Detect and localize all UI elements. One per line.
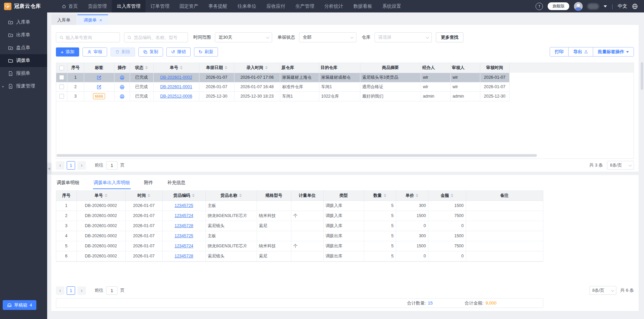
goods-search-input[interactable] <box>134 35 185 40</box>
table-row[interactable]: 4 DB-202601-0002 2026-01-07 12345725 主板 … <box>56 231 543 241</box>
copy-button[interactable]: 复制 <box>138 47 163 57</box>
nav-item-goods-mgmt[interactable]: 货品管理 <box>83 0 112 12</box>
prev-page-button[interactable]: ‹ <box>56 286 64 295</box>
nav-item-partners[interactable]: 往来单位 <box>232 0 261 12</box>
table-row[interactable]: 1 DB-202601-0002 2026-01-07 12345725 主板 … <box>56 201 543 211</box>
page-size-select[interactable]: 8条/页 <box>589 286 616 295</box>
print-icon[interactable] <box>120 94 125 99</box>
order-no-search-input[interactable] <box>66 35 117 40</box>
table-row[interactable]: 3 6666 已完成 DB-202512-0006 2025-12-30 202… <box>56 92 509 101</box>
sort-icon[interactable] <box>105 194 107 197</box>
order-no-search[interactable] <box>56 32 120 42</box>
edition-badge[interactable]: 旗舰版 <box>548 2 569 10</box>
order-no-link[interactable]: DB-202512-0006 <box>160 94 192 99</box>
status-select[interactable]: 全部 <box>299 32 356 42</box>
table-row[interactable]: 2 DB-202601-0002 2026-01-07 12345724 骁龙8… <box>56 211 543 221</box>
goods-code-link[interactable]: 12345725 <box>174 234 193 238</box>
page-size-select[interactable]: 8条/页 <box>607 161 634 170</box>
language-switcher[interactable]: 中文 <box>618 3 627 9</box>
table-row[interactable]: 5 DB-202601-0002 2026-01-07 12345724 骁龙8… <box>56 241 543 251</box>
nav-item-receivables-payables[interactable]: 应收应付 <box>261 0 290 12</box>
current-page[interactable]: 1 <box>67 161 75 170</box>
nav-item-analytics[interactable]: 分析统计 <box>319 0 348 12</box>
sort-icon[interactable] <box>416 194 418 197</box>
audit-button[interactable]: 审核 <box>83 47 107 57</box>
tab-extra-info[interactable]: 补充信息 <box>167 178 186 189</box>
warehouse-select[interactable]: 请选择 <box>375 32 432 42</box>
current-page[interactable]: 1 <box>67 286 75 295</box>
user-avatar[interactable] <box>574 2 583 11</box>
tag-badge[interactable]: 6666 <box>93 93 105 99</box>
sort-icon[interactable] <box>180 66 183 69</box>
goods-code-link[interactable]: 12345724 <box>174 213 193 218</box>
sidebar-item-outbound[interactable]: 出库单 <box>0 29 47 41</box>
goods-code-link[interactable]: 12345728 <box>174 254 193 258</box>
edit-tag-icon[interactable] <box>97 75 102 80</box>
order-no-link[interactable]: DB-202601-0002 <box>160 75 192 80</box>
goto-page-input[interactable] <box>106 286 118 295</box>
sidebar-item-inbound[interactable]: 入库单 <box>0 16 47 29</box>
horizontal-scrollbar[interactable] <box>57 154 537 157</box>
table-row[interactable]: 3 DB-202601-0002 2026-01-07 12345728 索尼镜… <box>56 221 543 231</box>
row-checkbox[interactable] <box>59 75 64 80</box>
print-icon[interactable] <box>120 75 125 80</box>
user-menu-caret-icon[interactable] <box>604 5 607 7</box>
print-button[interactable]: 打印 <box>550 47 568 56</box>
goods-code-link[interactable]: 12345724 <box>174 244 193 248</box>
next-page-button[interactable]: › <box>77 286 86 295</box>
sort-icon[interactable] <box>148 194 150 197</box>
sort-icon[interactable] <box>451 194 453 197</box>
export-button[interactable]: 导出 <box>568 47 593 56</box>
sort-icon[interactable] <box>225 66 227 69</box>
close-icon[interactable]: × <box>99 18 102 23</box>
expand-arrow-icon[interactable]: ▸ <box>2 84 4 88</box>
undo-button[interactable]: ↺ 撤销 <box>166 47 191 57</box>
edit-tag-icon[interactable] <box>97 84 102 90</box>
nav-item-data-dashboard[interactable]: 数据看板 <box>348 0 377 12</box>
nav-item-inout-mgmt[interactable]: 出入库管理 <box>112 0 146 12</box>
page-tab-transfer[interactable]: 调拨单 × <box>77 14 108 25</box>
page-scrollbar-thumb[interactable] <box>641 62 643 90</box>
page-scrollbar[interactable] <box>640 12 644 319</box>
tab-transfer-inout-detail[interactable]: 调拨单出入库明细 <box>93 178 131 189</box>
add-button[interactable]: + 添加 <box>56 47 79 57</box>
table-row[interactable]: 1 已完成 DB-202601-0002 2026-01-07 2026-01-… <box>56 73 509 82</box>
tab-transfer-detail[interactable]: 调拨单明细 <box>56 178 80 189</box>
tab-attachments[interactable]: 附件 <box>143 178 154 189</box>
sort-icon[interactable] <box>192 194 195 197</box>
goods-search[interactable] <box>124 32 188 42</box>
next-page-button[interactable]: › <box>77 161 86 170</box>
sidebar-item-scrap-mgmt[interactable]: ▸ 报废管理 <box>0 80 47 93</box>
sidebar-item-damage[interactable]: 报损单 <box>0 67 47 80</box>
nav-item-reminders[interactable]: 事务提醒 <box>203 0 232 12</box>
prev-page-button[interactable]: ‹ <box>56 161 64 170</box>
nav-item-order-mgmt[interactable]: 订单管理 <box>146 0 174 12</box>
nav-item-home[interactable]: 首页 <box>57 0 83 12</box>
nav-item-fixed-assets[interactable]: 固定资产 <box>174 0 203 12</box>
more-search-button[interactable]: 更多查找 <box>436 32 463 42</box>
goods-code-link[interactable]: 12345725 <box>174 203 193 208</box>
time-range-select[interactable]: 近30天 <box>215 32 272 42</box>
page-tab-inbound[interactable]: 入库单 <box>51 14 76 25</box>
sort-icon[interactable] <box>239 194 242 197</box>
select-all-checkbox[interactable] <box>59 66 64 70</box>
sidebar-item-transfer[interactable]: 调拨单 <box>0 54 47 67</box>
nav-item-system-settings[interactable]: 系统设置 <box>377 0 406 12</box>
sort-icon[interactable] <box>145 66 148 69</box>
help-icon[interactable] <box>536 3 543 10</box>
goods-code-link[interactable]: 12345728 <box>174 223 193 228</box>
nav-item-production[interactable]: 生产管理 <box>290 0 319 12</box>
row-checkbox[interactable] <box>59 84 64 89</box>
delete-button[interactable]: 删除 <box>110 47 135 57</box>
draft-box-button[interactable]: 草稿箱 4 <box>3 300 36 310</box>
order-no-link[interactable]: DB-202601-0001 <box>160 84 192 89</box>
sidebar-collapse-handle[interactable]: « <box>47 163 52 175</box>
sort-icon[interactable] <box>265 66 268 69</box>
table-row[interactable]: 6 DB-202601-0002 2026-01-07 12345728 索尼镜… <box>56 251 543 261</box>
sidebar-item-stocktake[interactable]: 盘点单 <box>0 41 47 54</box>
table-row[interactable]: 2 已完成 DB-202601-0001 2026-01-07 2026-01-… <box>56 82 509 92</box>
batch-tag-button[interactable]: 批量标签操作 <box>593 47 634 56</box>
print-icon[interactable] <box>120 84 125 90</box>
row-checkbox[interactable] <box>59 94 64 99</box>
sort-icon[interactable] <box>384 194 386 197</box>
